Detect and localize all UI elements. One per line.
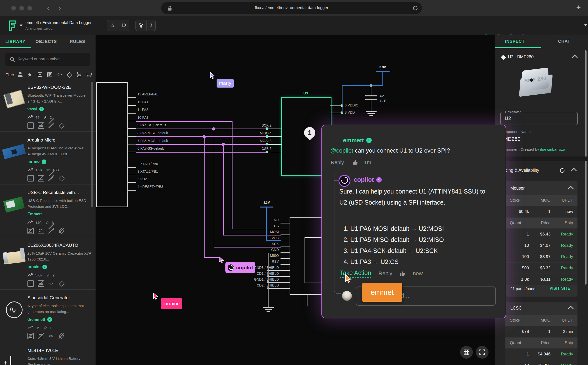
divider (0, 342, 96, 342)
back-icon[interactable]: ‹ (47, 4, 49, 12)
component-u1[interactable] (96, 82, 128, 207)
part-list-item[interactable]: Sinusoidal Generator A type of electroni… (0, 294, 96, 346)
wire-pa5-miso[interactable] (136, 136, 267, 137)
wire-pa4-sck[interactable] (136, 129, 267, 129)
pricing-row[interactable]: 100$3.97Ready (505, 251, 577, 262)
thumbs-up-icon[interactable] (352, 159, 358, 165)
reply-link[interactable]: Reply (379, 270, 392, 277)
comment-pin-marker[interactable]: 1 (304, 127, 315, 138)
pricing-row[interactable]: 500$3.32Ready (505, 263, 577, 274)
ground-icon (366, 111, 377, 112)
pricing-row[interactable]: 10$3.253Ready (505, 360, 577, 365)
wire-pa7-ss[interactable] (136, 152, 267, 153)
wire-to-mosi[interactable] (223, 235, 281, 235)
capacitor-wire[interactable] (371, 86, 371, 95)
junction-dot (267, 269, 269, 272)
ground-wire[interactable] (268, 253, 269, 307)
mention[interactable]: @copilot (330, 147, 353, 154)
fork-count: 3 (147, 20, 155, 31)
new-tab-icon[interactable]: + (576, 3, 581, 12)
part-list-item[interactable]: C1206X106J4RACAUTO ±5% 10uF 16V Ceramic … (0, 241, 96, 294)
part-list-item[interactable]: Arduino Micro ATmega32U4 Arduino Micro A… (0, 136, 96, 188)
pricing-row[interactable]: QuantPriceShip (505, 218, 577, 228)
collapse-caret-icon[interactable] (572, 54, 577, 60)
panel-tab[interactable]: CHAT (558, 39, 570, 44)
forward-icon[interactable]: › (59, 4, 61, 12)
part-capability-icons (27, 333, 69, 339)
wire-vertical[interactable] (223, 144, 224, 235)
part-author[interactable]: Emmett (27, 212, 42, 216)
ground-wire[interactable] (371, 100, 371, 111)
sidebar-scrollbar[interactable] (91, 82, 93, 207)
thumbs-up-icon[interactable] (400, 271, 405, 276)
project-menu-caret-icon[interactable] (20, 25, 23, 26)
trend-icon (27, 168, 33, 172)
part-list-item[interactable]: USB-C Receptacle with… USB-C Receptacle … (0, 188, 96, 241)
wire-in-progress[interactable] (204, 257, 220, 258)
traffic-light-close[interactable] (11, 6, 16, 11)
wire-to-sck[interactable] (214, 247, 281, 248)
star-button[interactable]: ☆ 10 (107, 20, 129, 31)
designator-field[interactable]: Designator U2 (500, 112, 578, 125)
pricing-row[interactable]: QuantPriceShip (505, 338, 577, 348)
fork-button[interactable]: 3 (135, 20, 156, 31)
part-author[interactable]: brooks (27, 265, 40, 269)
reload-icon[interactable] (412, 5, 418, 11)
cursor-lorraine-icon (152, 292, 159, 300)
wire-vertical[interactable] (214, 129, 214, 247)
pricing-row[interactable]: 1.0k$3.11Ready (505, 274, 577, 285)
library-sidebar: LIBRARYOBJECTSRULES Keyword or part numb… (0, 35, 96, 365)
panel-tab[interactable]: INSPECT (505, 39, 525, 44)
datasheet-crossed-icon (38, 333, 44, 339)
power-wire[interactable] (342, 85, 343, 113)
gnd-pin-wire[interactable] (269, 253, 290, 253)
part-thumbnail (3, 89, 25, 110)
star-icon: ☆ (46, 167, 50, 173)
refresh-icon[interactable] (559, 167, 565, 174)
power-wire[interactable] (266, 240, 281, 241)
save-status: All changes saved. (25, 27, 53, 30)
pricing-row[interactable]: 1$4.046Ready (505, 349, 577, 360)
panel-scrollbar[interactable] (585, 50, 587, 285)
pricing-row[interactable]: 10$4.07Ready (505, 240, 577, 251)
part-list-item[interactable]: ML414H IV01E Coin, 4.8mm 3 V Lithium Bat… (0, 346, 96, 365)
wire-vertical[interactable] (232, 121, 233, 229)
part-stars: 3 (52, 221, 54, 225)
user-menu-caret-icon[interactable] (584, 24, 587, 26)
cube-icon (58, 175, 65, 182)
chip-icon (27, 122, 34, 129)
power-wire[interactable] (342, 85, 383, 86)
pricing-row[interactable]: 60.4k1now (505, 206, 577, 217)
reply-link[interactable]: Reply (331, 159, 344, 165)
visit-site-link[interactable]: VISIT SITE (550, 286, 570, 291)
power-wire[interactable] (382, 71, 383, 86)
bot-author: copilot (354, 176, 382, 183)
datasheet-crossed-icon (38, 280, 44, 287)
wire-pa3[interactable] (136, 121, 232, 122)
wire-to-cs[interactable] (232, 229, 281, 229)
grid-toggle-button[interactable] (460, 346, 473, 359)
traffic-light-minimize[interactable] (19, 6, 24, 11)
wire-vertical[interactable] (204, 137, 205, 258)
part-stats: 5.6k ☆ 2 (27, 273, 55, 278)
pricing-row[interactable]: 67812 min (505, 326, 577, 337)
part-list-item[interactable]: ESP32-WROOM-32E Bluetooth, WiFi Transcei… (0, 83, 96, 136)
wire-pa6-mosi[interactable] (136, 144, 267, 145)
cursor-label-marty: marty (217, 79, 234, 88)
collapse-caret-icon[interactable] (568, 186, 574, 192)
pricing-row[interactable]: StockMOQUPDT (505, 195, 577, 206)
power-net-label[interactable]: 3.3V (375, 65, 390, 69)
pricing-row[interactable]: StockMOQUPDT (505, 315, 577, 326)
traffic-light-zoom[interactable] (27, 6, 32, 11)
fullscreen-button[interactable] (476, 346, 489, 359)
part-author[interactable]: dremmett (27, 317, 45, 322)
pricing-row[interactable]: 1$6.43Ready (505, 229, 577, 240)
power-net-label[interactable]: 3.3V (259, 201, 274, 204)
part-author[interactable]: mr-mo (27, 159, 40, 164)
star-icon: ☆ (43, 325, 47, 330)
divider (0, 289, 96, 290)
part-author[interactable]: vasyl (27, 107, 37, 111)
flux-logo[interactable] (7, 20, 18, 31)
created-by-link[interactable]: jharwinbarrozo (540, 147, 565, 151)
collapse-caret-icon[interactable] (568, 306, 574, 312)
